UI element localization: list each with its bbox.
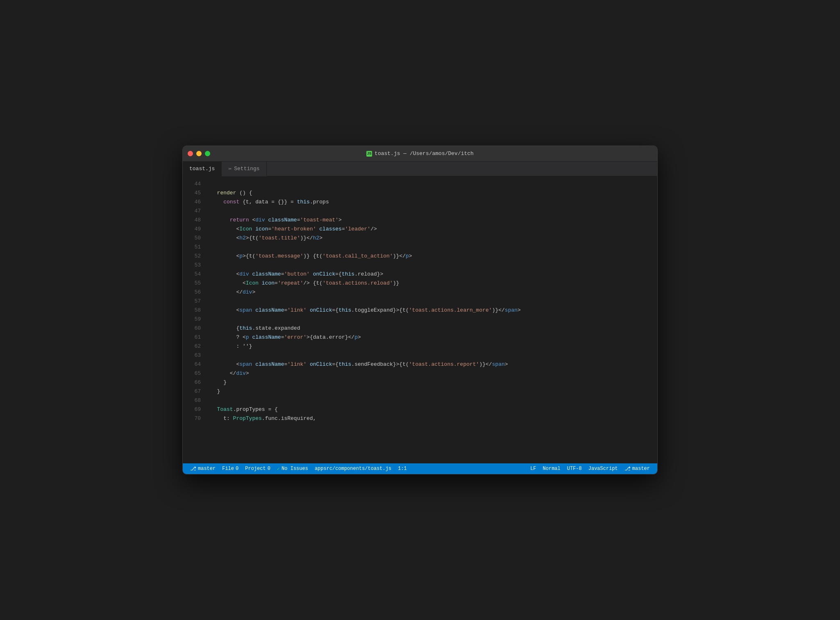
cursor-position-item[interactable]: 1:1	[395, 463, 410, 474]
indent-mode-label: Normal	[543, 466, 561, 472]
git-right-item[interactable]: ⎇ master	[621, 463, 653, 474]
minimize-button[interactable]	[196, 151, 202, 156]
cursor-position: 1:1	[398, 466, 407, 472]
status-right: LF Normal UTF-8 JavaScript ⎇ master	[527, 463, 653, 474]
issues-item[interactable]: ✓ No Issues	[274, 463, 311, 474]
code-line: <Icon icon='heart-broken' classes='leade…	[211, 225, 652, 234]
scissors-icon: ✂	[228, 166, 232, 172]
code-line: t: PropTypes.func.isRequired,	[211, 414, 652, 423]
project-count: 0	[268, 466, 270, 472]
code-line: <span className='link' onClick={this.tog…	[211, 306, 652, 315]
line-number: 53	[183, 261, 207, 270]
tab-label: toast.js	[189, 166, 215, 172]
language-item[interactable]: JavaScript	[585, 463, 621, 474]
line-number: 45	[183, 189, 207, 198]
line-number: 50	[183, 234, 207, 243]
code-line	[211, 315, 652, 324]
statusbar: ⎇ master File 0 Project 0 ✓ No Issues ap…	[183, 463, 657, 474]
tab-settings[interactable]: ✂ Settings	[222, 162, 266, 176]
title-text: toast.js — /Users/amos/Dev/itch	[375, 150, 474, 157]
line-number: 49	[183, 225, 207, 234]
code-line: {this.state.expanded	[211, 324, 652, 333]
project-label: Project	[245, 466, 266, 472]
code-line: ? <p className='error'>{data.error}</p>	[211, 333, 652, 342]
editor-window: JS toast.js — /Users/amos/Dev/itch toast…	[182, 146, 658, 474]
maximize-button[interactable]	[205, 151, 210, 156]
code-line: render () {	[211, 189, 652, 198]
line-number: 63	[183, 351, 207, 360]
code-line	[211, 261, 652, 270]
line-number: 68	[183, 396, 207, 405]
git-right-branch: master	[632, 466, 650, 472]
code-line: <div className='button' onClick={this.re…	[211, 270, 652, 279]
file-count: 0	[236, 466, 238, 472]
line-number: 51	[183, 243, 207, 252]
line-number: 65	[183, 369, 207, 378]
window-title: JS toast.js — /Users/amos/Dev/itch	[366, 150, 474, 157]
code-line: <span className='link' onClick={this.sen…	[211, 360, 652, 369]
code-line: }	[211, 387, 652, 396]
line-number: 55	[183, 279, 207, 288]
language-label: JavaScript	[588, 466, 618, 472]
code-line: <p>{t('toast.message')} {t('toast.call_t…	[211, 252, 652, 261]
code-line: <h2>{t('toast.title')}</h2>	[211, 234, 652, 243]
line-number: 48	[183, 216, 207, 225]
encoding-label: UTF-8	[567, 466, 582, 472]
editor-area: 4445464748495051525354555657585960616263…	[183, 176, 657, 463]
line-numbers: 4445464748495051525354555657585960616263…	[183, 176, 207, 463]
line-number: 44	[183, 180, 207, 189]
close-button[interactable]	[188, 151, 193, 156]
code-line: : ''}	[211, 342, 652, 351]
traffic-lights	[188, 151, 210, 156]
check-icon: ✓	[277, 466, 280, 472]
code-line	[211, 243, 652, 252]
encoding-item[interactable]: UTF-8	[564, 463, 585, 474]
tab-settings-label: Settings	[234, 166, 259, 172]
git-right-icon: ⎇	[624, 465, 631, 472]
indent-mode-item[interactable]: Normal	[540, 463, 564, 474]
scrollbar[interactable]	[652, 176, 657, 463]
git-branch-item[interactable]: ⎇ master	[187, 463, 219, 474]
code-line: </div>	[211, 369, 652, 378]
filepath-item[interactable]: appsrc/components/toast.js	[311, 463, 395, 474]
line-number: 61	[183, 333, 207, 342]
line-number: 69	[183, 405, 207, 414]
project-count-item[interactable]: Project 0	[242, 463, 274, 474]
line-ending-label: LF	[530, 466, 536, 472]
line-number: 59	[183, 315, 207, 324]
line-number: 52	[183, 252, 207, 261]
line-number: 70	[183, 414, 207, 423]
line-number: 62	[183, 342, 207, 351]
filepath-text: appsrc/components/toast.js	[315, 466, 391, 472]
line-number: 57	[183, 297, 207, 306]
line-number: 56	[183, 288, 207, 297]
code-line	[211, 297, 652, 306]
line-number: 60	[183, 324, 207, 333]
code-line: const {t, data = {}} = this.props	[211, 198, 652, 207]
code-line	[211, 351, 652, 360]
git-icon: ⎇	[190, 465, 196, 472]
line-number: 46	[183, 198, 207, 207]
line-number: 64	[183, 360, 207, 369]
code-line: Toast.propTypes = {	[211, 405, 652, 414]
tab-bar: toast.js ✂ Settings	[183, 162, 657, 176]
line-ending-item[interactable]: LF	[527, 463, 539, 474]
code-line	[211, 180, 652, 189]
code-line: return <div className='toast-meat'>	[211, 216, 652, 225]
file-type-icon: JS	[366, 151, 372, 157]
issues-label: No Issues	[282, 466, 308, 472]
status-left: ⎇ master File 0 Project 0 ✓ No Issues ap…	[187, 463, 410, 474]
git-branch-label: master	[198, 466, 216, 472]
tab-toast-js[interactable]: toast.js	[183, 162, 222, 176]
titlebar: JS toast.js — /Users/amos/Dev/itch	[183, 146, 657, 162]
code-content[interactable]: render () { const {t, data = {}} = this.…	[207, 176, 652, 463]
line-number: 67	[183, 387, 207, 396]
line-number: 58	[183, 306, 207, 315]
file-count-item[interactable]: File 0	[219, 463, 242, 474]
line-number: 66	[183, 378, 207, 387]
line-number: 54	[183, 270, 207, 279]
code-line: <Icon icon='repeat'/> {t('toast.actions.…	[211, 279, 652, 288]
line-number: 47	[183, 207, 207, 216]
code-line: </div>	[211, 288, 652, 297]
file-label: File	[222, 466, 234, 472]
